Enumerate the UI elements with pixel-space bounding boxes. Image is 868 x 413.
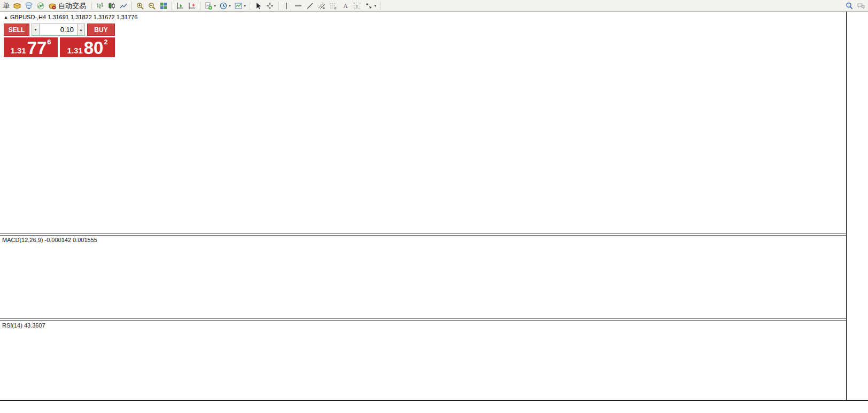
toolbar-partial-label: 单 [1, 1, 11, 11]
toolbar-grip[interactable] [379, 2, 381, 10]
rsi-pane-canvas[interactable] [0, 321, 846, 402]
toolbar-separator [172, 2, 172, 10]
symbol-info-line: ▲GBPUSD-,H4 1.31691 1.31822 1.31672 1.31… [4, 14, 137, 20]
channel-tool-button[interactable]: E [316, 1, 328, 11]
horizontal-line-icon [294, 2, 303, 10]
dropdown-caret-icon: ▾ [374, 3, 376, 8]
rsi-label: RSI(14) 43.3607 [2, 322, 45, 329]
line-chart-mode-button[interactable] [118, 1, 129, 11]
market-watch-button[interactable] [23, 1, 35, 11]
signals-icon [36, 2, 45, 10]
sell-price-sup: 6 [47, 38, 51, 46]
buy-price-sup: 2 [104, 38, 107, 46]
buy-price-box[interactable]: 1.31 80 2 [60, 37, 115, 57]
clock-icon [219, 2, 228, 10]
cursor-icon [254, 2, 262, 10]
text-tool-button[interactable]: A [339, 1, 351, 11]
one-click-trading-panel: SELL ▼ ▲ BUY 1.31 77 6 1.31 80 2 [4, 24, 115, 57]
label-icon: T [353, 2, 361, 10]
periods-button[interactable]: ▾ [218, 1, 232, 11]
bar-chart-mode-button[interactable] [94, 1, 106, 11]
buy-price-base: 1.31 [67, 46, 82, 55]
vertical-line-icon [282, 2, 291, 10]
templates-button[interactable]: ▾ [232, 1, 247, 11]
volume-increase-button[interactable]: ▲ [77, 24, 85, 36]
symbol-ohlc-text: GBPUSD-,H4 1.31691 1.31822 1.31672 1.317… [10, 14, 138, 20]
auto-scroll-icon [176, 2, 184, 10]
horizontal-line-tool-button[interactable] [292, 1, 304, 11]
macd-pane-canvas[interactable] [0, 236, 846, 321]
search-icon [845, 2, 854, 10]
fibonacci-tool-button[interactable]: F [328, 1, 339, 11]
line-chart-icon [119, 2, 128, 10]
svg-text:E: E [323, 6, 325, 10]
mt4-window: 单 自动交易 [0, 0, 868, 413]
signals-button[interactable] [35, 1, 46, 11]
toolbar-grip[interactable] [249, 2, 251, 10]
dropdown-caret-icon: ▾ [244, 3, 246, 8]
fibonacci-icon: F [329, 2, 338, 10]
text-icon: A [341, 2, 350, 10]
volume-decrease-button[interactable]: ▼ [32, 24, 40, 36]
main-chart-canvas[interactable] [0, 12, 846, 236]
tile-windows-button[interactable] [158, 1, 169, 11]
sell-price-box[interactable]: 1.31 77 6 [4, 37, 58, 57]
sell-button[interactable]: SELL [4, 24, 29, 36]
book-icon [13, 2, 21, 10]
vertical-line-tool-button[interactable] [281, 1, 292, 11]
autotrading-icon [48, 2, 57, 10]
crosshair-button[interactable] [264, 1, 276, 11]
toolbar-separator [200, 2, 200, 10]
arrows-tool-button[interactable]: ▾ [363, 1, 378, 11]
chat-button[interactable] [855, 1, 867, 11]
sell-price-big: 77 [27, 39, 47, 57]
chart-shift-button[interactable] [186, 1, 198, 11]
svg-text:F: F [335, 7, 337, 10]
zoom-in-button[interactable] [134, 1, 146, 11]
zoom-in-icon [136, 2, 144, 10]
toolbar: 单 自动交易 [0, 0, 868, 12]
trendline-icon [306, 2, 314, 10]
candlestick-mode-button[interactable] [106, 1, 118, 11]
zoom-out-icon [148, 2, 156, 10]
pane-separator[interactable] [0, 318, 846, 321]
pane-separator[interactable] [0, 233, 846, 236]
toolbar-grip[interactable] [91, 2, 92, 10]
trendline-tool-button[interactable] [304, 1, 316, 11]
market-watch-icon [25, 2, 33, 10]
svg-text:T: T [355, 3, 359, 9]
dropdown-caret-icon: ▾ [229, 3, 231, 8]
cursor-button[interactable] [252, 1, 264, 11]
autotrading-button[interactable]: 自动交易 [46, 1, 89, 11]
buy-button[interactable]: BUY [87, 24, 115, 36]
indicator-add-icon [204, 2, 213, 10]
toolbar-separator [131, 2, 132, 10]
indicators-button[interactable]: ▾ [203, 1, 218, 11]
chart-shift-icon [188, 2, 196, 10]
volume-input[interactable] [40, 24, 77, 36]
tile-windows-icon [159, 2, 168, 10]
buy-price-big: 80 [84, 39, 104, 57]
template-icon [234, 2, 243, 10]
equidistant-channel-icon: E [317, 2, 326, 10]
autotrading-label: 自动交易 [57, 1, 88, 11]
search-button[interactable] [843, 1, 855, 11]
toolbar-separator [278, 2, 278, 10]
chat-icon [857, 2, 865, 10]
zoom-out-button[interactable] [146, 1, 158, 11]
macd-label: MACD(12,26,9) -0.000142 0.001555 [2, 237, 97, 243]
collapse-panel-icon[interactable]: ▲ [4, 15, 8, 20]
arrows-icon [365, 2, 373, 10]
sell-price-base: 1.31 [10, 46, 26, 55]
crosshair-icon [266, 2, 274, 10]
price-axis[interactable] [847, 12, 868, 400]
candlestick-icon [107, 2, 116, 10]
text-label-tool-button[interactable]: T [351, 1, 363, 11]
auto-scroll-button[interactable] [174, 1, 186, 11]
dropdown-caret-icon: ▾ [214, 3, 216, 8]
time-axis[interactable] [0, 401, 868, 413]
svg-text:A: A [343, 2, 348, 10]
history-center-button[interactable] [11, 1, 23, 11]
bar-chart-icon [96, 2, 104, 10]
